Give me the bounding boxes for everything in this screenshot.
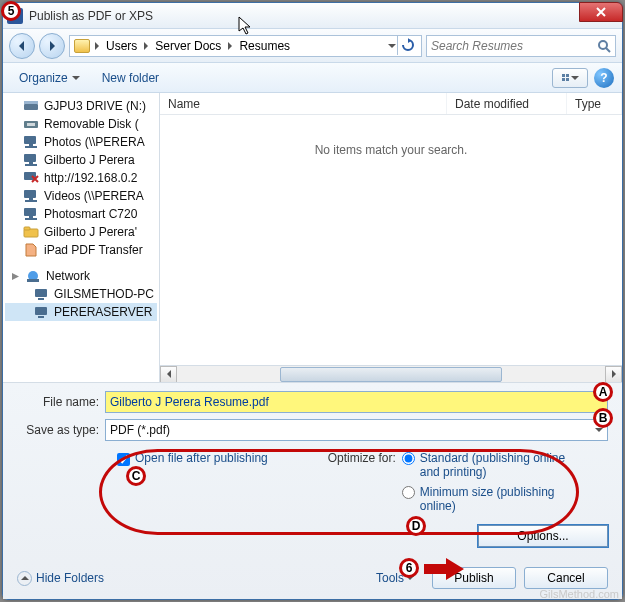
breadcrumb-item[interactable]: Resumes (237, 39, 292, 53)
chevron-right-icon (92, 35, 102, 57)
tree-item[interactable]: GILSMETHOD-PC (5, 285, 157, 303)
tree-item[interactable]: Gilberto J Perera (5, 151, 157, 169)
svg-rect-10 (24, 190, 36, 198)
options-button[interactable]: Options... (478, 525, 608, 547)
expand-icon[interactable] (11, 272, 20, 281)
annotation-marker-a: A (593, 382, 613, 402)
svg-rect-4 (27, 123, 35, 126)
tree-item[interactable]: Photosmart C720 (5, 205, 157, 223)
chevron-right-icon (225, 35, 235, 57)
chevron-up-icon (17, 571, 32, 586)
column-type[interactable]: Type (567, 93, 622, 114)
hide-folders-button[interactable]: Hide Folders (17, 571, 104, 586)
tree-item[interactable]: Videos (\\PERERA (5, 187, 157, 205)
open-after-checkbox[interactable]: Open file after publishing (117, 451, 268, 465)
cancel-button[interactable]: Cancel (524, 567, 608, 589)
footer-row: Hide Folders Tools Publish Cancel (17, 567, 608, 589)
svg-rect-8 (29, 162, 33, 164)
svg-rect-18 (35, 289, 47, 297)
savetype-dropdown[interactable]: PDF (*.pdf) (105, 419, 608, 441)
nav-back-button[interactable] (9, 33, 35, 59)
optimize-standard-radio[interactable]: Standard (publishing online and printing… (402, 451, 570, 479)
optimize-label: Optimize for: (328, 451, 396, 519)
folder-icon (23, 225, 39, 239)
annotation-marker-b: B (593, 408, 613, 428)
view-mode-button[interactable] (552, 68, 588, 88)
annotation-marker-d: D (406, 516, 426, 536)
tree-item[interactable]: iPad PDF Transfer (5, 241, 157, 259)
search-input[interactable]: Search Resumes (426, 35, 616, 57)
search-placeholder: Search Resumes (431, 39, 523, 53)
svg-rect-17 (27, 279, 39, 282)
tree-network-header[interactable]: Network (5, 267, 157, 285)
list-header[interactable]: Name Date modified Type (160, 93, 622, 115)
annotation-step-5: 5 (1, 1, 21, 21)
svg-rect-21 (38, 316, 44, 318)
scroll-right-button[interactable] (605, 366, 622, 383)
nav-forward-button[interactable] (39, 33, 65, 59)
network-share-icon (23, 153, 39, 167)
options-area: Open file after publishing Optimize for:… (117, 451, 608, 519)
arrow-right-icon (46, 40, 58, 52)
svg-marker-22 (424, 558, 464, 580)
folder-icon (74, 39, 90, 53)
chevron-down-icon[interactable] (387, 35, 397, 57)
window-title: Publish as PDF or XPS (29, 9, 153, 23)
organize-button[interactable]: Organize (11, 68, 88, 88)
file-icon (23, 243, 39, 257)
network-share-icon (23, 207, 39, 221)
help-button[interactable]: ? (594, 68, 614, 88)
tree-item[interactable]: http://192.168.0.2 (5, 169, 157, 187)
chevron-down-icon (72, 75, 80, 81)
scroll-thumb[interactable] (280, 367, 503, 382)
scroll-track[interactable] (177, 366, 605, 383)
computer-icon (33, 287, 49, 301)
filename-row: File name: (17, 391, 608, 413)
optimize-minimum-radio[interactable]: Minimum size (publishing online) (402, 485, 570, 513)
tree-item[interactable]: Photos (\\PERERA (5, 133, 157, 151)
publish-dialog: Publish as PDF or XPS Users Server Docs … (2, 2, 623, 600)
drive-icon (23, 99, 39, 113)
network-share-error-icon (23, 171, 39, 185)
removable-disk-icon (23, 117, 39, 131)
refresh-button[interactable] (397, 35, 417, 55)
svg-point-0 (599, 41, 607, 49)
scroll-left-button[interactable] (160, 366, 177, 383)
network-icon (25, 269, 41, 283)
svg-rect-11 (29, 198, 33, 200)
column-date[interactable]: Date modified (447, 93, 567, 114)
radio-icon[interactable] (402, 452, 415, 465)
breadcrumb-item[interactable]: Users (104, 39, 139, 53)
checkbox-icon[interactable] (117, 453, 130, 466)
horizontal-scrollbar[interactable] (160, 365, 622, 382)
new-folder-button[interactable]: New folder (94, 68, 167, 88)
navbar: Users Server Docs Resumes Search Resumes (3, 29, 622, 63)
breadcrumb[interactable]: Users Server Docs Resumes (69, 35, 422, 57)
search-icon (597, 39, 611, 53)
svg-rect-5 (24, 136, 36, 144)
savetype-label: Save as type: (17, 423, 105, 437)
breadcrumb-item[interactable]: Server Docs (153, 39, 223, 53)
annotation-arrow (424, 558, 464, 580)
close-button[interactable] (579, 2, 623, 22)
lower-panel: File name: Save as type: PDF (*.pdf) Ope… (3, 382, 622, 599)
annotation-marker-c: C (126, 466, 146, 486)
file-list: Name Date modified Type No items match y… (160, 93, 622, 382)
filename-input[interactable] (105, 391, 608, 413)
body: GJPU3 DRIVE (N:) Removable Disk ( Photos… (3, 93, 622, 382)
tree-item-selected[interactable]: PERERASERVER (5, 303, 157, 321)
close-icon (596, 7, 606, 17)
svg-rect-2 (24, 101, 38, 104)
network-share-icon (23, 189, 39, 203)
view-grid-icon (562, 74, 569, 81)
tree-item[interactable]: Removable Disk ( (5, 115, 157, 133)
svg-rect-13 (29, 216, 33, 218)
tree-item[interactable]: GJPU3 DRIVE (N:) (5, 97, 157, 115)
chevron-right-icon (141, 35, 151, 57)
arrow-left-icon (16, 40, 28, 52)
column-name[interactable]: Name (160, 93, 447, 114)
folder-tree[interactable]: GJPU3 DRIVE (N:) Removable Disk ( Photos… (3, 93, 160, 382)
savetype-row: Save as type: PDF (*.pdf) (17, 419, 608, 441)
tree-item[interactable]: Gilberto J Perera' (5, 223, 157, 241)
radio-icon[interactable] (402, 486, 415, 499)
